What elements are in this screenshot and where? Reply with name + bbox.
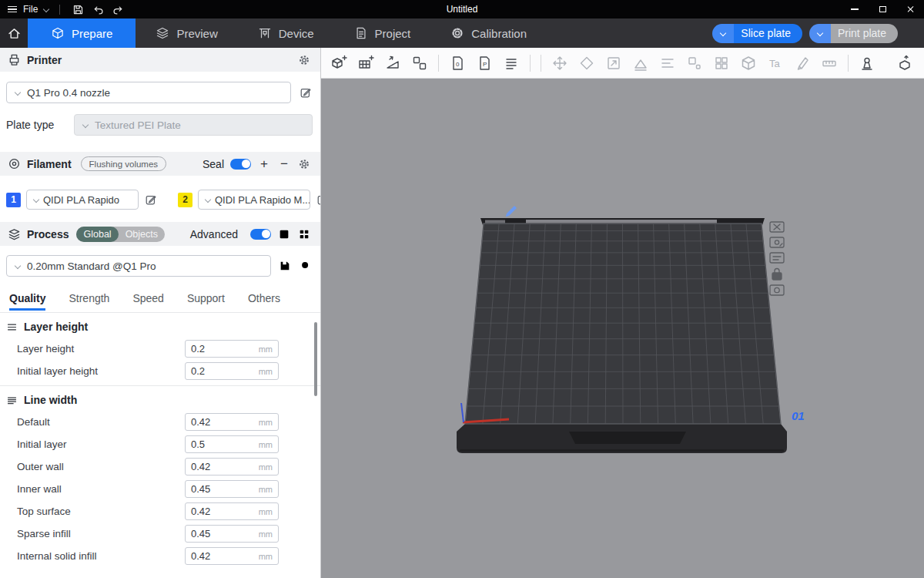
filament-2-dropdown[interactable]: QIDI PLA Rapido M... <box>198 190 310 210</box>
tab-quality[interactable]: Quality <box>9 292 45 311</box>
tab-speed[interactable]: Speed <box>132 292 163 311</box>
add-filament-button[interactable]: + <box>257 156 271 172</box>
svg-text:0: 0 <box>456 61 460 68</box>
process-scope-toggle[interactable]: Global Objects <box>76 227 165 242</box>
plate-camera-icon[interactable] <box>770 285 784 295</box>
setting-input[interactable]: 0.45 mm <box>185 525 279 543</box>
setting-input[interactable]: 0.2 mm <box>185 340 279 358</box>
printer-settings-gear-icon[interactable] <box>297 53 311 67</box>
sidebar: Printer Q1 Pro 0.4 nozzle Plate type Tex… <box>0 48 321 578</box>
scope-global[interactable]: Global <box>76 227 118 242</box>
plate-delete-icon[interactable] <box>770 222 784 232</box>
titlebar: File Untitled <box>0 0 924 18</box>
doc-zero-icon[interactable]: 0 <box>446 52 469 75</box>
filament-1-color-badge[interactable]: 1 <box>6 193 21 207</box>
process-tabs: Quality Strength Speed Support Others <box>0 281 320 311</box>
measure-tool-icon[interactable] <box>818 52 841 75</box>
setting-label: Internal solid infill <box>17 550 97 562</box>
dropdown-chevron-icon <box>15 89 21 96</box>
process-preset-dropdown[interactable]: 0.20mm Standard @Q1 Pro <box>6 255 271 277</box>
tab-prepare[interactable]: Prepare <box>28 18 136 48</box>
slice-options-chevron-icon[interactable] <box>712 24 734 43</box>
setting-unit: mm <box>259 507 273 516</box>
window-title: Untitled <box>0 4 924 15</box>
advanced-toggle[interactable] <box>250 229 271 240</box>
maximize-button[interactable] <box>869 0 896 18</box>
rotate-icon[interactable] <box>575 52 598 75</box>
filament-1-dropdown[interactable]: QIDI PLA Rapido <box>26 190 139 210</box>
print-options-chevron-icon[interactable] <box>809 24 831 43</box>
tab-support[interactable]: Support <box>187 292 225 311</box>
plate-name-icon[interactable] <box>770 253 784 263</box>
edit-filament-1-icon[interactable] <box>144 193 158 207</box>
add-object-icon[interactable] <box>327 52 350 75</box>
setting-input[interactable]: 0.42 mm <box>185 502 279 520</box>
setting-input[interactable]: 0.45 mm <box>185 480 279 498</box>
exploded-view-icon[interactable] <box>895 52 918 75</box>
sheet-lines-icon[interactable] <box>500 52 523 75</box>
auto-arrange-icon[interactable] <box>408 52 431 75</box>
move-icon[interactable] <box>548 52 571 75</box>
seam-tool-icon[interactable] <box>855 52 879 75</box>
tab-calibration[interactable]: Calibration <box>430 18 547 48</box>
process-list-icon[interactable] <box>277 227 291 241</box>
filament-2-color-badge[interactable]: 2 <box>178 193 192 207</box>
save-preset-icon[interactable] <box>278 259 292 273</box>
minimize-button[interactable] <box>841 0 869 18</box>
filament-spool-icon <box>8 157 21 170</box>
plate-locate-icon[interactable] <box>770 237 784 247</box>
dropdown-chevron-icon <box>205 197 211 203</box>
flushing-volumes-button[interactable]: Flushing volumes <box>81 156 166 171</box>
tab-project[interactable]: Project <box>334 18 431 48</box>
text-tool-icon[interactable]: Ta <box>764 52 787 75</box>
edit-filament-2-icon[interactable] <box>316 193 321 207</box>
filament-settings-gear-icon[interactable] <box>297 157 311 171</box>
setting-input[interactable]: 0.42 mm <box>185 413 279 431</box>
remove-filament-button[interactable]: − <box>277 156 291 172</box>
assembly-cube-icon[interactable] <box>737 52 760 75</box>
project-icon <box>354 26 368 40</box>
auto-orient-icon[interactable] <box>381 52 404 75</box>
tab-others[interactable]: Others <box>248 292 280 311</box>
slice-plate-button[interactable]: Slice plate <box>712 24 802 43</box>
setting-input[interactable]: 0.2 mm <box>185 362 279 380</box>
search-settings-icon[interactable] <box>299 259 313 273</box>
setting-input[interactable]: 0.5 mm <box>185 435 279 453</box>
layout-rows-icon[interactable] <box>656 52 679 75</box>
setting-input[interactable]: 0.42 mm <box>185 547 279 565</box>
3d-scene[interactable]: 01 <box>321 79 924 578</box>
setting-row: Initial layer 0.5 mm <box>0 433 320 455</box>
dropdown-chevron-icon <box>33 197 39 203</box>
layout-grid-icon[interactable] <box>710 52 733 75</box>
printer-preset-dropdown[interactable]: Q1 Pro 0.4 nozzle <box>6 82 291 103</box>
seal-toggle[interactable] <box>230 159 251 170</box>
setting-input[interactable]: 0.42 mm <box>185 458 279 476</box>
scope-objects[interactable]: Objects <box>119 227 165 242</box>
z-axis-indicator <box>461 403 464 422</box>
setting-row: Layer height 0.2 mm <box>0 338 320 360</box>
preview-icon <box>156 26 169 40</box>
close-button[interactable] <box>896 0 924 18</box>
tab-strength[interactable]: Strength <box>69 292 109 311</box>
doc-p-icon[interactable]: P <box>473 52 496 75</box>
paint-tool-icon[interactable] <box>791 52 814 75</box>
scale-icon[interactable] <box>602 52 625 75</box>
print-plate-button[interactable]: Print plate <box>809 24 898 43</box>
plate-lock-icon[interactable] <box>772 269 782 281</box>
compare-presets-icon[interactable] <box>297 227 311 241</box>
add-plate-icon[interactable] <box>354 52 377 75</box>
svg-text:P: P <box>483 61 487 68</box>
advanced-label: Advanced <box>190 228 238 240</box>
home-button[interactable] <box>0 18 28 48</box>
layout-corner-icon[interactable] <box>683 52 706 75</box>
tab-device[interactable]: Device <box>238 18 334 48</box>
plate-number-label[interactable]: 01 <box>792 409 805 422</box>
device-icon <box>258 26 272 40</box>
plate-rename-icon[interactable] <box>506 206 517 217</box>
sidebar-scrollbar[interactable] <box>314 322 317 396</box>
tab-preview[interactable]: Preview <box>136 18 237 48</box>
setting-label: Outer wall <box>17 461 64 472</box>
place-face-icon[interactable] <box>629 52 652 75</box>
plate-type-dropdown[interactable]: Textured PEI Plate <box>74 114 313 136</box>
edit-printer-icon[interactable] <box>299 86 313 99</box>
